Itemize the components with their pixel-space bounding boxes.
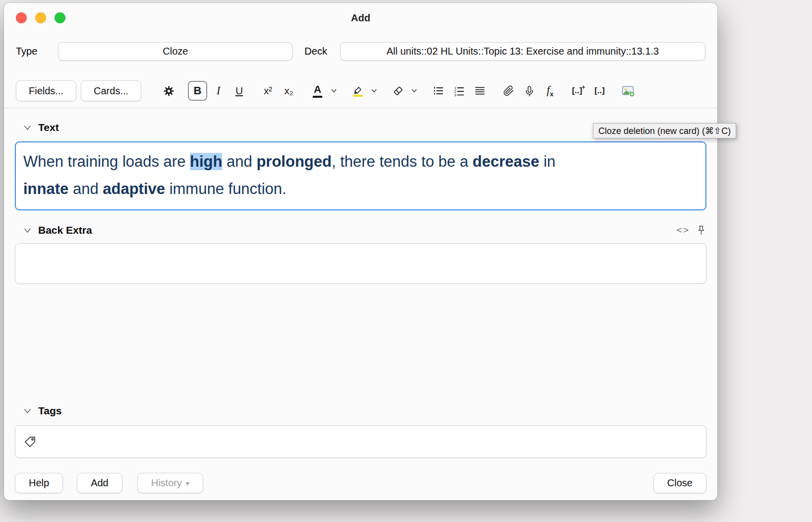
svg-text:3: 3 — [454, 93, 456, 97]
zoom-window-button[interactable] — [55, 12, 65, 23]
bold-text-run: prolonged — [256, 153, 332, 170]
help-button[interactable]: Help — [15, 473, 63, 493]
deck-label: Deck — [304, 46, 327, 57]
editor-toolbar: Fields... Cards... B — [4, 80, 717, 101]
close-button[interactable]: Close — [653, 473, 706, 493]
italic-icon: I — [217, 84, 221, 97]
chevron-down-icon — [24, 125, 31, 130]
back-extra-field-label: Back Extra — [38, 224, 92, 236]
type-deck-row: Type Cloze Deck All units::02 HL Units::… — [4, 42, 717, 61]
text-run: in — [539, 153, 556, 170]
chevron-down-icon — [24, 228, 31, 233]
justify-icon — [474, 85, 486, 97]
text-field-editor[interactable]: When training loads are high and prolong… — [15, 141, 706, 210]
chevron-down-icon — [24, 408, 31, 414]
microphone-icon — [524, 85, 535, 97]
math-function-icon: fx — [547, 84, 554, 98]
history-caret-icon: ▾ — [186, 479, 189, 487]
tags-header: Tags — [4, 403, 717, 419]
add-note-window: Add Type Cloze Deck All units::02 HL Uni… — [4, 3, 717, 500]
superscript-button[interactable]: x² — [258, 81, 278, 101]
highlighter-icon — [352, 85, 364, 97]
tags-input[interactable] — [43, 426, 698, 457]
paperclip-icon — [503, 85, 514, 96]
gear-icon — [163, 85, 174, 97]
history-button[interactable]: History ▾ — [137, 473, 203, 493]
history-button-label: History — [151, 477, 182, 489]
bold-text-run: decrease — [472, 153, 539, 170]
pin-icon — [697, 225, 705, 236]
underline-button[interactable]: U — [230, 81, 249, 101]
add-button[interactable]: Add — [77, 473, 122, 493]
text-run: , there tends to be a — [332, 153, 472, 170]
text-color-dropdown-button[interactable] — [329, 81, 339, 101]
back-extra-field-header: Back Extra <> — [4, 223, 717, 238]
chevron-down-icon — [371, 89, 377, 93]
cloze-same-icon: [..] — [594, 86, 605, 96]
bold-button[interactable]: B — [188, 81, 207, 101]
bold-icon: B — [194, 84, 202, 97]
cloze-new-icon: [..] — [572, 86, 582, 96]
record-audio-button[interactable] — [520, 81, 539, 101]
minimize-window-button[interactable] — [35, 12, 46, 23]
close-window-button[interactable] — [16, 12, 27, 23]
text-run: and — [222, 153, 256, 170]
back-extra-html-editor-toggle[interactable]: <> — [677, 225, 690, 236]
attach-file-button[interactable] — [499, 81, 518, 101]
math-equations-button[interactable]: fx — [540, 81, 560, 101]
collapse-tags-button[interactable] — [24, 408, 31, 414]
cloze-deletion-same-button[interactable]: [..] — [590, 81, 609, 101]
bold-text-run: innate — [23, 180, 68, 197]
selected-text: high — [190, 153, 222, 170]
window-title: Add — [351, 12, 370, 24]
insert-media-button[interactable] — [619, 81, 638, 101]
cloze-tooltip: Cloze deletion (new card) (⌘⇧C) — [593, 123, 736, 138]
settings-gear-button[interactable] — [159, 81, 178, 101]
bullet-list-button[interactable] — [428, 81, 448, 101]
titlebar: Add — [4, 3, 717, 33]
highlight-color-dropdown-button[interactable] — [369, 81, 379, 101]
text-color-button[interactable]: A — [308, 81, 327, 101]
numbered-list-button[interactable]: 1 2 3 — [449, 81, 468, 101]
chevron-down-icon — [331, 89, 337, 93]
highlight-color-button[interactable] — [348, 81, 367, 101]
eraser-icon — [392, 85, 404, 97]
deck-button[interactable]: All units::02 HL Units::Topic 13: Exerci… — [340, 42, 705, 61]
superscript-icon: x² — [264, 85, 272, 97]
numbered-list-icon: 1 2 3 — [453, 85, 465, 97]
tags-label: Tags — [38, 405, 61, 417]
remove-formatting-dropdown-button[interactable] — [409, 81, 419, 101]
text-align-button[interactable] — [470, 81, 489, 101]
footer-bar: Help Add History ▾ Close — [4, 473, 717, 493]
underline-icon: U — [235, 85, 243, 97]
back-extra-field-editor[interactable] — [15, 243, 706, 284]
remove-formatting-button[interactable] — [388, 81, 407, 101]
subscript-icon: x₂ — [285, 85, 293, 97]
bold-text-run: adaptive — [103, 180, 165, 197]
bullet-list-icon — [432, 85, 444, 97]
collapse-back-extra-button[interactable] — [24, 228, 31, 233]
toolbar-icon-strip: B I U x² x₂ A — [151, 81, 638, 101]
back-extra-pin-button[interactable] — [697, 225, 705, 236]
cards-button[interactable]: Cards... — [81, 80, 141, 101]
toolbar-divider — [4, 108, 717, 108]
subscript-button[interactable]: x₂ — [279, 81, 298, 101]
text-field-label: Text — [38, 122, 59, 133]
insert-media-icon — [622, 85, 635, 97]
text-run: When training loads are — [23, 153, 190, 170]
italic-button[interactable]: I — [209, 81, 228, 101]
text-color-icon: A — [313, 84, 322, 97]
collapse-text-field-button[interactable] — [24, 125, 31, 130]
type-label: Type — [16, 46, 37, 57]
chevron-down-icon — [411, 89, 417, 93]
text-run: immune function. — [165, 180, 287, 197]
fields-button[interactable]: Fields... — [16, 80, 76, 101]
cloze-deletion-new-button[interactable]: [..]+ — [569, 81, 588, 101]
text-run: and — [68, 180, 103, 197]
tag-icon — [23, 435, 37, 449]
tags-input-container[interactable] — [15, 425, 706, 458]
note-type-button[interactable]: Cloze — [58, 42, 292, 61]
traffic-lights — [16, 12, 65, 23]
